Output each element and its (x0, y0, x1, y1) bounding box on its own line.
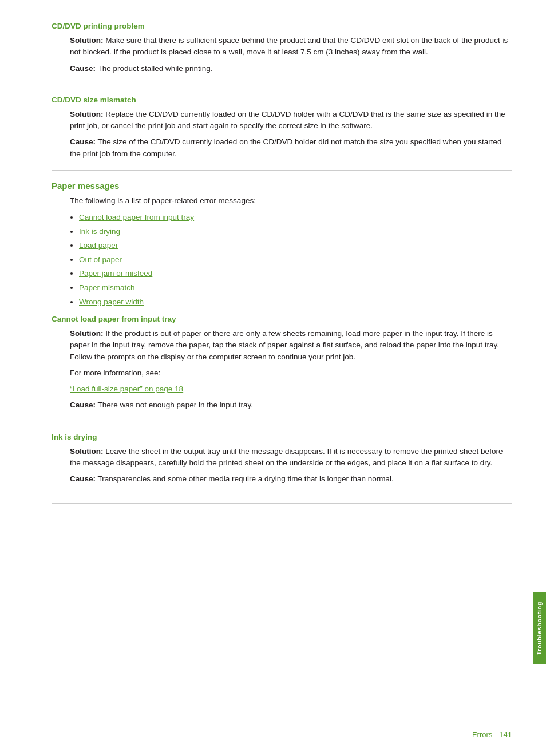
ink-drying-solution: Solution: Leave the sheet in the output … (70, 446, 512, 469)
divider-1 (52, 85, 512, 85)
for-more-info: For more information, see: (70, 367, 512, 379)
divider-4 (52, 503, 512, 504)
cause-label: Cause: (70, 64, 96, 73)
cd-dvd-printing-problem-section: CD/DVD printing problem Solution: Make s… (52, 22, 512, 74)
load-paper-link[interactable]: Load paper (79, 241, 118, 250)
paper-jam-link[interactable]: Paper jam or misfeed (79, 269, 152, 278)
cannot-load-paper-subsection: Cannot load paper from input tray Soluti… (52, 315, 512, 411)
cd-dvd-mismatch-heading: CD/DVD size mismatch (52, 96, 512, 104)
list-item: Out of paper (79, 254, 512, 266)
ink-is-drying-subsection: Ink is drying Solution: Leave the sheet … (52, 433, 512, 485)
cause-text: The product stalled while printing. (96, 64, 213, 73)
solution-text: Make sure that there is sufficient space… (70, 36, 508, 56)
divider-3 (52, 422, 512, 422)
load-full-size-paper-link[interactable]: “Load full-size paper” on page 18 (70, 385, 183, 393)
cause-label-2: Cause: (70, 137, 96, 146)
cannot-load-cause: Cause: There was not enough paper in the… (70, 399, 512, 411)
side-tab-label: Troubleshooting (536, 601, 543, 655)
paper-messages-section: Paper messages The following is a list o… (52, 181, 512, 411)
cause-text-2: The size of the CD/DVD currently loaded … (70, 137, 502, 157)
cause-text-3: There was not enough paper in the input … (96, 401, 253, 409)
list-item: Paper mismatch (79, 282, 512, 294)
cd-dvd-printing-cause: Cause: The product stalled while printin… (70, 63, 512, 74)
list-item: Wrong paper width (79, 296, 512, 308)
cd-dvd-mismatch-solution: Solution: Replace the CD/DVD currently l… (70, 109, 512, 132)
solution-label-2: Solution: (70, 110, 103, 118)
solution-label-4: Solution: (70, 447, 103, 456)
list-item: Cannot load paper from input tray (79, 211, 512, 224)
cd-dvd-printing-heading: CD/DVD printing problem (52, 22, 512, 30)
divider-2 (52, 170, 512, 171)
list-item: Ink is drying (79, 225, 512, 238)
cd-dvd-printing-content: Solution: Make sure that there is suffic… (52, 35, 512, 74)
footer: Errors 141 (472, 730, 512, 739)
cause-label-4: Cause: (70, 474, 96, 483)
solution-text-4: Leave the sheet in the output tray until… (70, 447, 503, 467)
ink-is-drying-link[interactable]: Ink is drying (79, 227, 120, 236)
solution-text-3: If the product is out of paper or there … (70, 329, 499, 361)
cause-label-3: Cause: (70, 401, 96, 409)
cause-text-4: Transparencies and some other media requ… (96, 474, 394, 483)
cannot-load-paper-link[interactable]: Cannot load paper from input tray (79, 213, 194, 221)
load-full-size-link: “Load full-size paper” on page 18 (70, 383, 512, 395)
list-item: Paper jam or misfeed (79, 267, 512, 280)
cannot-load-paper-heading: Cannot load paper from input tray (52, 315, 512, 323)
cd-dvd-printing-solution: Solution: Make sure that there is suffic… (70, 35, 512, 58)
solution-text-2: Replace the CD/DVD currently loaded on t… (70, 110, 505, 130)
cannot-load-paper-content: Solution: If the product is out of paper… (52, 328, 512, 411)
paper-mismatch-link[interactable]: Paper mismatch (79, 283, 135, 292)
side-tab: Troubleshooting (533, 592, 546, 664)
solution-label: Solution: (70, 36, 103, 45)
paper-messages-list: Cannot load paper from input tray Ink is… (52, 211, 512, 308)
out-of-paper-link[interactable]: Out of paper (79, 255, 122, 264)
cd-dvd-mismatch-content: Solution: Replace the CD/DVD currently l… (52, 109, 512, 160)
paper-messages-intro: The following is a list of paper-related… (52, 195, 512, 207)
ink-is-drying-content: Solution: Leave the sheet in the output … (52, 446, 512, 485)
cd-dvd-mismatch-cause: Cause: The size of the CD/DVD currently … (70, 136, 512, 160)
paper-messages-heading: Paper messages (52, 181, 512, 191)
list-item: Load paper (79, 239, 512, 252)
footer-page-number: 141 (499, 730, 512, 739)
cannot-load-solution: Solution: If the product is out of paper… (70, 328, 512, 363)
solution-label-3: Solution: (70, 329, 103, 338)
cd-dvd-size-mismatch-section: CD/DVD size mismatch Solution: Replace t… (52, 96, 512, 160)
page: CD/DVD printing problem Solution: Make s… (0, 0, 546, 756)
wrong-paper-width-link[interactable]: Wrong paper width (79, 298, 144, 306)
ink-is-drying-heading: Ink is drying (52, 433, 512, 441)
footer-label: Errors (472, 730, 492, 739)
ink-drying-cause: Cause: Transparencies and some other med… (70, 473, 512, 485)
